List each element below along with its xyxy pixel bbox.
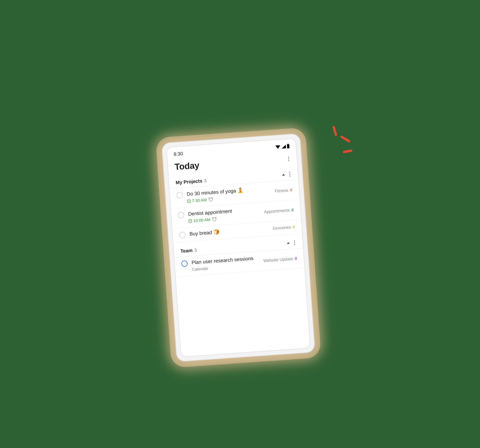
task-project-tag[interactable]: Fitness # [275, 187, 293, 194]
section-title-label: Team [180, 247, 193, 254]
section-count: 3 [194, 247, 197, 253]
wifi-icon [275, 145, 280, 149]
phone-screen: 8:30 Today [166, 138, 311, 357]
task-title: Buy bread 🍞 [189, 226, 269, 237]
status-time: 8:30 [173, 151, 183, 157]
battery-icon [287, 144, 289, 149]
section-count: 3 [204, 178, 207, 183]
status-icons [275, 144, 289, 149]
task-checkbox[interactable] [176, 192, 183, 199]
calendar-icon [189, 219, 192, 223]
section-more-button[interactable] [293, 239, 296, 246]
task-extra-meta: Calendar [192, 266, 209, 272]
signal-icon [281, 145, 286, 149]
hash-icon: # [292, 224, 295, 230]
phone-frame: 8:30 Today [161, 133, 315, 362]
chevron-up-icon[interactable] [287, 242, 290, 244]
hash-icon: # [291, 207, 294, 213]
hash-icon: # [294, 256, 297, 262]
task-time: 10:00 AM [188, 217, 210, 223]
task-checkbox[interactable] [181, 260, 188, 267]
page-title: Today [174, 160, 200, 172]
section-title-label: My Projects [176, 178, 203, 185]
section-more-button[interactable] [288, 171, 292, 178]
header-more-button[interactable] [287, 155, 291, 162]
calendar-icon [187, 199, 191, 203]
task-project-tag[interactable]: Groceries # [273, 224, 295, 231]
task-time: 7:30 AM [187, 198, 207, 204]
hash-icon: # [289, 187, 293, 193]
task-checkbox[interactable] [179, 232, 186, 238]
chevron-up-icon[interactable] [282, 174, 285, 176]
task-project-tag[interactable]: Appointments # [264, 207, 294, 215]
task-checkbox[interactable] [178, 212, 184, 218]
alarm-icon [209, 198, 212, 201]
task-project-tag[interactable]: Website Update # [263, 256, 297, 264]
alarm-icon [212, 217, 216, 221]
